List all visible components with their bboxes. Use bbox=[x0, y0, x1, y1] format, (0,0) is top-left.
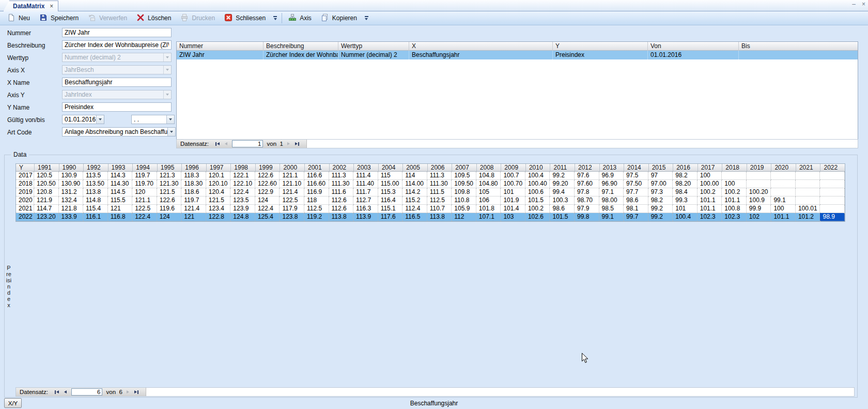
matrix-column-header[interactable]: 2003 bbox=[353, 164, 378, 171]
move-next-button[interactable] bbox=[127, 390, 129, 393]
matrix-cell[interactable]: 120.4 bbox=[206, 188, 231, 196]
matrix-cell[interactable]: 115.4 bbox=[83, 205, 108, 213]
matrix-cell[interactable]: 121.3 bbox=[157, 172, 182, 180]
matrix-cell[interactable]: 116.4 bbox=[378, 196, 403, 205]
records-column-header[interactable]: Beschreibung bbox=[263, 42, 338, 50]
matrix-cell[interactable]: 116.6 bbox=[304, 172, 329, 180]
matrix-column-header[interactable]: 2012 bbox=[575, 164, 599, 171]
matrix-cell[interactable]: 102.3 bbox=[722, 213, 747, 221]
matrix-cell[interactable]: 123.8 bbox=[280, 213, 304, 221]
matrix-cell[interactable]: 98.1 bbox=[624, 205, 648, 213]
matrix-cell[interactable]: 123.4 bbox=[206, 205, 231, 213]
matrix-cell[interactable]: 122.9 bbox=[255, 188, 280, 196]
matrix-cell[interactable]: 103 bbox=[501, 213, 525, 221]
matrix-cell[interactable]: 124 bbox=[157, 213, 182, 221]
matrix-cell[interactable]: 102.6 bbox=[525, 213, 550, 221]
y-name-input[interactable] bbox=[62, 102, 172, 112]
matrix-column-header[interactable]: 2014 bbox=[624, 164, 648, 171]
matrix-cell[interactable]: 124 bbox=[255, 196, 280, 205]
matrix-cell[interactable]: 101.5 bbox=[550, 213, 575, 221]
matrix-column-header[interactable]: 2017 bbox=[698, 164, 722, 171]
matrix-column-header[interactable]: 2011 bbox=[550, 164, 575, 171]
matrix-cell[interactable]: 115.2 bbox=[402, 196, 427, 205]
matrix-cell[interactable]: 101.1 bbox=[771, 213, 796, 221]
matrix-cell[interactable]: 97.7 bbox=[624, 188, 648, 196]
matrix-cell[interactable]: 114 bbox=[402, 172, 427, 180]
matrix-cell[interactable] bbox=[820, 172, 845, 180]
matrix-cell[interactable]: 97.3 bbox=[648, 188, 673, 196]
matrix-cell[interactable]: 111.30 bbox=[329, 180, 354, 188]
matrix-cell[interactable]: 114.5 bbox=[108, 188, 133, 196]
matrix-cell[interactable]: 118.6 bbox=[181, 188, 206, 196]
matrix-cell[interactable]: 121.10 bbox=[280, 180, 304, 188]
matrix-cell[interactable] bbox=[771, 180, 796, 188]
matrix-cell[interactable]: 110.8 bbox=[452, 196, 476, 205]
matrix-column-header[interactable]: 1994 bbox=[132, 164, 157, 171]
matrix-cell[interactable]: 114.2 bbox=[402, 188, 427, 196]
matrix-cell[interactable] bbox=[796, 180, 820, 188]
matrix-column-header[interactable]: 2022 bbox=[820, 164, 845, 171]
matrix-cell[interactable]: 124.8 bbox=[230, 213, 255, 221]
matrix-cell[interactable]: 117.6 bbox=[378, 213, 403, 221]
matrix-cell[interactable]: 112.7 bbox=[353, 196, 378, 205]
matrix-cell[interactable]: 99.9 bbox=[747, 205, 771, 213]
matrix-cell[interactable] bbox=[722, 172, 747, 180]
matrix-cell[interactable]: 100.4 bbox=[525, 172, 550, 180]
matrix-column-header[interactable]: 2005 bbox=[402, 164, 427, 171]
matrix-cell[interactable]: 105.9 bbox=[452, 205, 476, 213]
records-cell[interactable]: Beschaffungsjahr bbox=[409, 51, 552, 59]
matrix-cell[interactable] bbox=[796, 188, 820, 196]
records-column-header[interactable]: Werttyp bbox=[338, 42, 409, 50]
matrix-cell[interactable] bbox=[747, 172, 771, 180]
matrix-cell[interactable]: 99.7 bbox=[624, 213, 648, 221]
matrix-cell[interactable]: 116.3 bbox=[353, 205, 378, 213]
records-column-header[interactable]: Von bbox=[647, 42, 738, 50]
matrix-cell[interactable]: 104.8 bbox=[476, 172, 501, 180]
new-button[interactable]: Neu bbox=[3, 12, 35, 24]
matrix-cell[interactable]: 121 bbox=[108, 205, 133, 213]
matrix-column-header[interactable]: 2021 bbox=[796, 164, 820, 171]
move-next-button[interactable] bbox=[287, 142, 290, 145]
matrix-cell[interactable]: 99.3 bbox=[673, 196, 698, 205]
matrix-cell[interactable]: 114.7 bbox=[34, 205, 59, 213]
matrix-cell[interactable]: 118.3 bbox=[181, 172, 206, 180]
matrix-cell[interactable]: 115 bbox=[378, 172, 403, 180]
matrix-cell[interactable] bbox=[796, 172, 820, 180]
matrix-cell[interactable]: 98.2 bbox=[648, 196, 673, 205]
matrix-cell[interactable] bbox=[820, 180, 845, 188]
matrix-cell[interactable]: 100.70 bbox=[501, 180, 525, 188]
art-code-combobox[interactable]: Anlage Abschreibung nach Beschaffung Ja bbox=[62, 127, 176, 137]
matrix-cell[interactable]: 125.4 bbox=[255, 213, 280, 221]
matrix-cell[interactable]: 98.00 bbox=[599, 196, 624, 205]
record-position-input[interactable] bbox=[232, 140, 263, 147]
nummer-input[interactable] bbox=[62, 28, 172, 37]
matrix-cell[interactable]: 101 bbox=[673, 205, 698, 213]
toolstrip-overflow-icon[interactable] bbox=[272, 12, 278, 24]
matrix-column-header[interactable]: 2019 bbox=[747, 164, 771, 171]
matrix-cell[interactable]: 113.5 bbox=[83, 172, 108, 180]
matrix-cell[interactable]: 114.00 bbox=[402, 180, 427, 188]
matrix-row-header[interactable]: 2017 bbox=[16, 172, 34, 180]
matrix-column-header[interactable]: 2000 bbox=[280, 164, 304, 171]
matrix-column-header[interactable]: 2018 bbox=[722, 164, 747, 171]
matrix-cell[interactable]: 111.7 bbox=[353, 188, 378, 196]
matrix-cell[interactable]: 100.4 bbox=[673, 213, 698, 221]
print-button[interactable]: Drucken bbox=[176, 12, 220, 24]
matrix-cell[interactable]: 112 bbox=[452, 213, 476, 221]
matrix-cell[interactable]: 123.9 bbox=[230, 205, 255, 213]
matrix-column-header[interactable]: 2001 bbox=[304, 164, 329, 171]
matrix-cell[interactable]: 119.70 bbox=[132, 180, 157, 188]
matrix-cell[interactable]: 101.4 bbox=[501, 205, 525, 213]
move-last-button[interactable] bbox=[295, 142, 300, 146]
matrix-cell[interactable]: 97.50 bbox=[624, 180, 648, 188]
matrix-cell[interactable]: 98.20 bbox=[673, 180, 698, 188]
matrix-cell[interactable]: 118 bbox=[304, 196, 329, 205]
matrix-cell[interactable]: 122.4 bbox=[230, 188, 255, 196]
matrix-cell[interactable]: 121.9 bbox=[34, 196, 59, 205]
matrix-cell[interactable]: 98.9 bbox=[820, 213, 845, 221]
matrix-cell[interactable]: 121.8 bbox=[59, 205, 84, 213]
matrix-cell[interactable]: 98.4 bbox=[673, 188, 698, 196]
matrix-cell[interactable]: 121.4 bbox=[181, 205, 206, 213]
matrix-column-header[interactable]: 2008 bbox=[476, 164, 501, 171]
matrix-cell[interactable]: 118.30 bbox=[181, 180, 206, 188]
